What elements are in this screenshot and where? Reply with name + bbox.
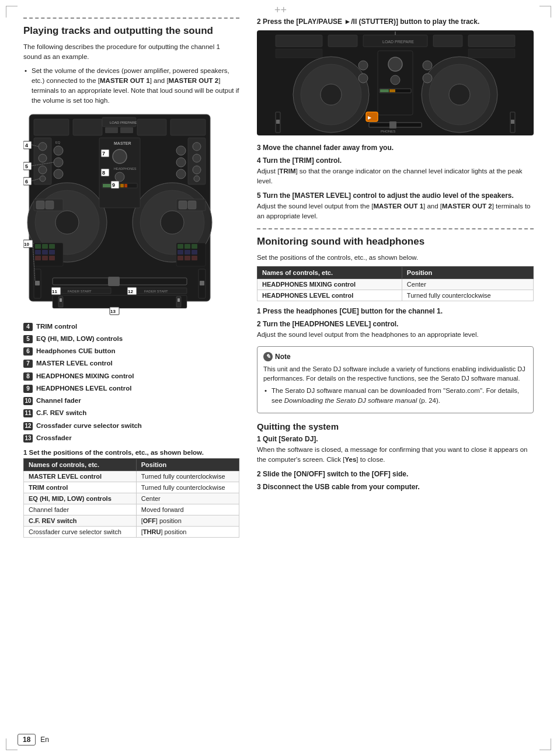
table-row: MASTER LEVEL controlTurned fully counter…	[24, 471, 239, 482]
svg-point-22	[193, 154, 201, 162]
note-bullet: The Serato DJ software manual can be dow…	[263, 386, 527, 406]
svg-point-121	[449, 84, 470, 105]
svg-point-36	[54, 146, 63, 155]
monitoring-dashed-line	[257, 228, 534, 229]
svg-rect-51	[200, 281, 204, 285]
table-header: Position	[402, 267, 533, 279]
step2-heading-text: 2 Press the [PLAY/PAUSE ►/II (STUTTER)] …	[257, 18, 479, 26]
corner-mark-tl	[6, 6, 18, 18]
table-row: C.F. REV switch[OFF] position	[24, 515, 239, 527]
note-body: This unit and the Serato DJ software inc…	[263, 364, 527, 384]
left-section-title: Playing tracks and outputting the sound	[23, 25, 239, 37]
svg-rect-137	[511, 120, 514, 124]
mon-step1-heading: 1 Press the headphones [CUE] button for …	[257, 307, 534, 315]
step5: 5 Turn the [MASTER LEVEL] control to adj…	[257, 191, 534, 222]
svg-point-130	[358, 61, 368, 70]
setup-table: Names of controls, etc.PositionMASTER LE…	[23, 458, 239, 538]
svg-rect-66	[177, 250, 183, 255]
svg-point-124	[391, 75, 400, 85]
svg-rect-69	[177, 256, 183, 260]
page-lang: En	[40, 736, 49, 744]
svg-text:13: 13	[110, 309, 116, 314]
svg-rect-135	[276, 120, 280, 124]
svg-rect-108	[276, 35, 322, 47]
left-column: Playing tracks and outputting the sound …	[23, 18, 239, 733]
setup-section: 1 Set the positions of the controls, etc…	[23, 449, 239, 538]
svg-text:EQ: EQ	[55, 141, 61, 144]
control-item: 12Crossfader curve selector switch	[23, 421, 239, 431]
svg-rect-70	[184, 256, 190, 260]
svg-point-39	[176, 146, 186, 155]
svg-point-17	[39, 154, 47, 162]
table-cell-name: HEADPHONES LEVEL control	[257, 290, 402, 301]
table-row: EQ (HI, MID, LOW) controlsCenter	[24, 493, 239, 504]
svg-rect-111	[468, 35, 515, 47]
svg-text:▶: ▶	[368, 115, 372, 120]
svg-rect-34	[124, 184, 127, 187]
monitoring-title: Monitoring sound with headphones	[257, 235, 534, 248]
svg-rect-78	[53, 295, 187, 308]
table-cell-position: Moved forward	[136, 504, 239, 515]
svg-text:5: 5	[25, 163, 28, 169]
control-item: 9HEADPHONES LEVEL control	[23, 384, 239, 393]
quit-step2: 2 Slide the [ON/OFF] switch to the [OFF]…	[257, 470, 534, 478]
svg-text:9: 9	[112, 182, 115, 188]
step5-body: Adjust the sound level output from the […	[257, 201, 534, 222]
corner-mark-tr	[539, 6, 551, 18]
dj-controller-diagram: LOAD PREPARE	[23, 109, 216, 316]
svg-point-133	[423, 74, 432, 83]
svg-rect-2	[73, 119, 102, 135]
quit-step3: 3 Disconnect the USB cable from your com…	[257, 483, 534, 491]
svg-point-131	[358, 74, 368, 83]
quit-step3-heading: 3 Disconnect the USB cable from your com…	[257, 483, 534, 491]
svg-text:4: 4	[25, 142, 28, 148]
svg-point-123	[388, 57, 402, 71]
quit-step2-heading: 2 Slide the [ON/OFF] switch to the [OFF]…	[257, 470, 534, 478]
svg-rect-71	[192, 256, 197, 260]
svg-point-29	[115, 172, 124, 182]
dashed-separator-top	[23, 18, 239, 19]
svg-rect-80	[60, 298, 62, 302]
svg-rect-49	[35, 281, 40, 285]
svg-rect-63	[177, 244, 183, 249]
control-item: 6Headphones CUE button	[23, 346, 239, 356]
svg-text:MASTER: MASTER	[114, 141, 131, 145]
note-box: ✎ Note This unit and the Serato DJ softw…	[257, 346, 534, 414]
mon-step2: 2 Turn the [HEADPHONES LEVEL] control. A…	[257, 320, 534, 340]
svg-text:FADER START: FADER START	[68, 290, 92, 293]
step4: 4 Turn the [TRIM] control. Adjust [TRIM]…	[257, 156, 534, 187]
svg-rect-110	[433, 35, 462, 47]
table-cell-position: Turned fully counterclockwise	[136, 471, 239, 482]
svg-rect-43	[36, 201, 44, 209]
table-row: HEADPHONES LEVEL controlTurned fully cou…	[257, 290, 534, 301]
svg-text:PHONES: PHONES	[381, 130, 395, 133]
svg-text:LOAD PREPARE: LOAD PREPARE	[110, 121, 137, 124]
control-item: 4TRIM control	[23, 322, 239, 332]
svg-point-37	[54, 158, 63, 167]
svg-rect-54	[42, 244, 48, 249]
svg-point-40	[176, 158, 186, 167]
step3-heading: 3 Move the channel fader away from you.	[257, 144, 534, 152]
table-header: Names of controls, etc.	[257, 267, 402, 279]
svg-rect-60	[42, 256, 48, 260]
step2-heading: 2 Press the [PLAY/PAUSE ►/II (STUTTER)] …	[257, 18, 534, 26]
dj-right-image: LOAD PREPARE	[257, 30, 534, 135]
svg-rect-115	[468, 49, 515, 58]
note-icon: ✎	[263, 352, 273, 361]
control-item: 7MASTER LEVEL control	[23, 358, 239, 368]
svg-text:8: 8	[102, 170, 105, 176]
svg-rect-67	[184, 250, 190, 255]
svg-rect-1	[34, 119, 69, 135]
svg-rect-56	[35, 250, 41, 255]
page-footer: 18 En	[18, 734, 49, 745]
svg-text:7: 7	[102, 151, 105, 156]
svg-rect-109	[328, 35, 357, 47]
table-cell-position: Center	[136, 493, 239, 504]
step4-body: Adjust [TRIM] so that the orange indicat…	[257, 166, 534, 187]
svg-rect-68	[192, 250, 197, 255]
table-header: Names of controls, etc.	[24, 459, 137, 471]
svg-rect-64	[184, 244, 190, 249]
svg-rect-47	[188, 201, 196, 209]
svg-point-18	[39, 166, 47, 174]
two-column-layout: Playing tracks and outputting the sound …	[23, 18, 534, 733]
